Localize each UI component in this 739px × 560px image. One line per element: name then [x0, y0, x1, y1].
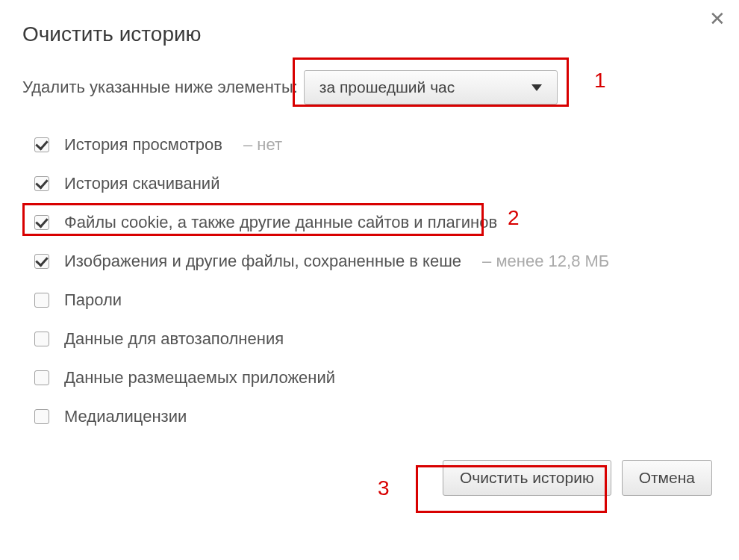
option-checkbox[interactable]: [34, 293, 49, 308]
option-label: Файлы cookie, а также другие данные сайт…: [64, 213, 497, 232]
option-checkbox[interactable]: [34, 370, 49, 385]
option-row: Медиалицензии: [22, 397, 717, 436]
cancel-button[interactable]: Отмена: [622, 460, 712, 496]
option-row: История скачиваний: [22, 164, 717, 203]
option-row: Данные размещаемых приложений: [22, 358, 717, 397]
option-row: Данные для автозаполнения: [22, 320, 717, 358]
dialog-title: Очистить историю: [22, 22, 717, 46]
annotation-number-2: 2: [508, 206, 520, 230]
annotation-number-3: 3: [378, 476, 390, 500]
time-range-dropdown[interactable]: за прошедший час: [304, 70, 558, 105]
dropdown-selected-label: за прошедший час: [319, 78, 455, 96]
option-checkbox[interactable]: [34, 137, 49, 152]
option-label: Данные размещаемых приложений: [64, 368, 335, 388]
chevron-down-icon: [531, 84, 542, 91]
option-label: История скачиваний: [64, 174, 219, 193]
option-label: Пароли: [64, 290, 122, 310]
subtitle-label: Удалить указанные ниже элементы:: [22, 78, 298, 97]
clear-history-button[interactable]: Очистить историю: [443, 460, 611, 496]
option-label: Данные для автозаполнения: [64, 329, 284, 349]
option-suffix: – менее 12,8 МБ: [482, 252, 609, 271]
option-checkbox[interactable]: [34, 332, 49, 346]
option-suffix: – нет: [243, 135, 282, 155]
option-checkbox[interactable]: [34, 409, 49, 424]
option-checkbox[interactable]: [34, 254, 49, 269]
option-label: Изображения и другие файлы, сохраненные …: [64, 252, 461, 271]
option-row: Пароли: [22, 281, 717, 320]
option-row: Изображения и другие файлы, сохраненные …: [22, 242, 717, 281]
option-label: История просмотров: [64, 135, 222, 155]
option-row: Файлы cookie, а также другие данные сайт…: [22, 203, 717, 242]
option-label: Медиалицензии: [64, 407, 187, 426]
close-icon[interactable]: ✕: [709, 9, 726, 28]
option-checkbox[interactable]: [34, 176, 49, 191]
option-row: История просмотров– нет: [22, 125, 717, 164]
annotation-number-1: 1: [594, 69, 606, 93]
option-checkbox[interactable]: [34, 215, 49, 230]
